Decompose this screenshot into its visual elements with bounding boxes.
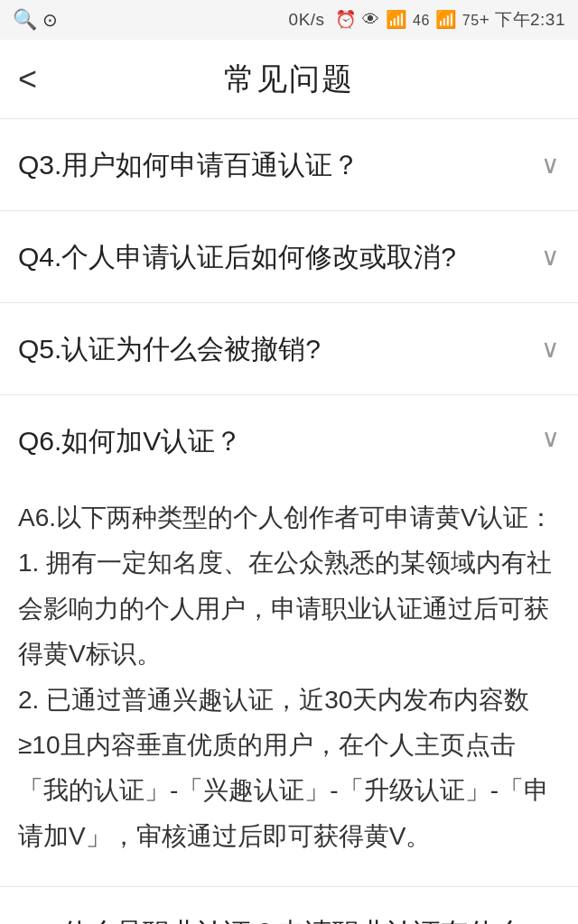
faq-item-q5: Q5.认证为什么会被撤销?∨ <box>0 303 578 395</box>
faq-question-q7[interactable]: Q7.什么是职业认证？申请职业认证有什么好处?∨ <box>18 887 560 924</box>
status-bar-center: 0K/s ⏰ 👁 📶 46 📶 75+ 下午2:31 <box>289 8 565 32</box>
faq-question-text-q5: Q5.认证为什么会被撤销? <box>18 328 541 369</box>
faq-item-q7: Q7.什么是职业认证？申请职业认证有什么好处?∨ <box>0 887 578 924</box>
faq-chevron-q6: ∧ <box>541 426 560 456</box>
faq-chevron-q3: ∨ <box>541 150 560 180</box>
status-bar: 🔍 ⊙ 0K/s ⏰ 👁 📶 46 📶 75+ 下午2:31 <box>0 0 578 40</box>
status-bar-left: 🔍 ⊙ <box>13 8 58 32</box>
faq-list: Q3.用户如何申请百通认证？∨Q4.个人申请认证后如何修改或取消?∨Q5.认证为… <box>0 119 578 924</box>
faq-question-text-q3: Q3.用户如何申请百通认证？ <box>18 144 541 185</box>
page-title: 常见问题 <box>224 59 354 100</box>
back-icon: < <box>18 60 37 97</box>
faq-question-q3[interactable]: Q3.用户如何申请百通认证？∨ <box>18 119 560 210</box>
faq-chevron-q5: ∨ <box>541 334 560 364</box>
faq-question-q6[interactable]: Q6.如何加V认证？∧ <box>18 395 560 486</box>
camera-icon: ⊙ <box>42 9 58 31</box>
faq-item-q3: Q3.用户如何申请百通认证？∨ <box>0 119 578 211</box>
faq-chevron-q4: ∨ <box>541 242 560 272</box>
faq-question-text-q4: Q4.个人申请认证后如何修改或取消? <box>18 236 541 277</box>
faq-question-text-q7: Q7.什么是职业认证？申请职业认证有什么好处? <box>18 912 541 924</box>
faq-question-text-q6: Q6.如何加V认证？ <box>18 420 541 461</box>
faq-item-q6: Q6.如何加V认证？∧A6.以下两种类型的个人创作者可申请黄V认证：1. 拥有一… <box>0 395 578 887</box>
faq-answer-q6: A6.以下两种类型的个人创作者可申请黄V认证：1. 拥有一定知名度、在公众熟悉的… <box>18 486 560 886</box>
faq-item-q4: Q4.个人申请认证后如何修改或取消?∨ <box>0 211 578 303</box>
top-navigation: < 常见问题 <box>0 40 578 119</box>
search-icon: 🔍 <box>13 8 37 32</box>
faq-question-q5[interactable]: Q5.认证为什么会被撤销?∨ <box>18 303 560 394</box>
back-button[interactable]: < <box>18 63 37 96</box>
faq-question-q4[interactable]: Q4.个人申请认证后如何修改或取消?∨ <box>18 211 560 302</box>
